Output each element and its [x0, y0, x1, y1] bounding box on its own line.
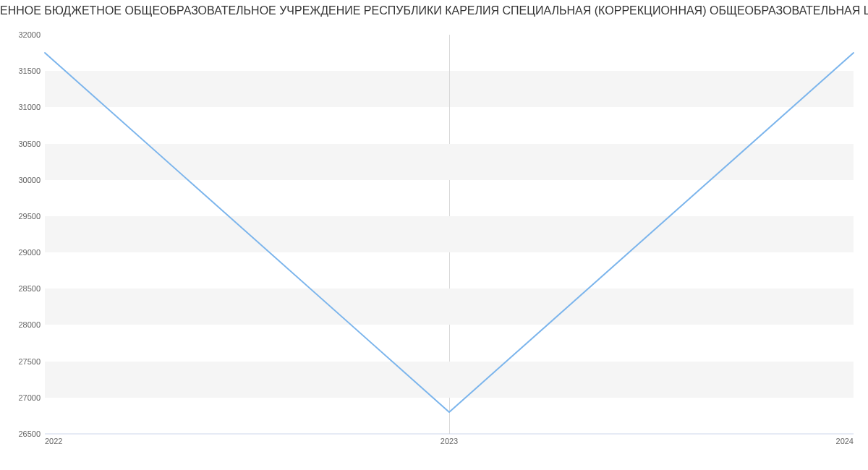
y-tick-label: 27500	[18, 357, 45, 366]
y-tick-label: 31000	[18, 103, 45, 111]
chart-container: ЕННОЕ БЮДЖЕТНОЕ ОБЩЕОБРАЗОВАТЕЛЬНОЕ УЧРЕ…	[0, 0, 868, 470]
x-tick-label: 2022	[45, 434, 62, 445]
y-tick-label: 31500	[18, 67, 45, 75]
y-tick-label: 29000	[18, 248, 45, 257]
y-tick-label: 28000	[18, 320, 45, 329]
y-tick-label: 28500	[18, 284, 45, 293]
y-tick-label: 32000	[18, 30, 45, 39]
x-tick-label: 2024	[836, 434, 854, 445]
chart-svg	[45, 35, 854, 434]
y-tick-label: 27000	[18, 393, 45, 402]
y-tick-label: 26500	[18, 430, 45, 438]
y-tick-label: 30500	[18, 140, 45, 148]
x-tick-label: 2023	[441, 434, 458, 445]
plot-area: 2650027000275002800028500290002950030000…	[45, 35, 854, 434]
data-series-line	[45, 53, 854, 412]
y-tick-label: 29500	[18, 212, 45, 221]
chart-title: ЕННОЕ БЮДЖЕТНОЕ ОБЩЕОБРАЗОВАТЕЛЬНОЕ УЧРЕ…	[0, 4, 868, 17]
y-tick-label: 30000	[18, 176, 45, 184]
